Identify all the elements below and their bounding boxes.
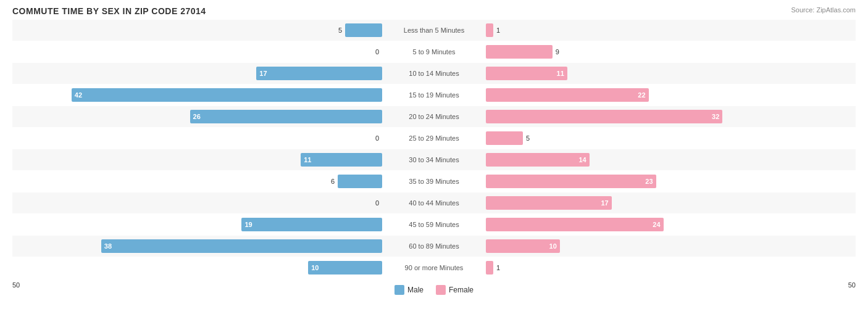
bar-female [486,45,553,59]
bar-male: 19 [241,218,382,231]
female-value: 11 [554,70,567,77]
row-inner: 19 45 to 59 Minutes 24 [12,214,856,235]
source-text: Source: ZipAtlas.com [791,6,856,14]
chart-row: 0 40 to 44 Minutes 17 [12,192,856,213]
row-inner: 0 5 to 9 Minutes 9 [12,41,856,62]
chart-row: 5 Less than 5 Minutes 1 [12,20,856,41]
axis-min-label: 50 [12,281,20,295]
chart-row: 42 15 to 19 Minutes 22 [12,85,856,105]
right-section: 24 [483,214,856,235]
bar-female: 23 [486,175,656,188]
left-section: 6 [12,171,385,192]
female-value: 14 [575,156,589,163]
row-label: 10 to 14 Minutes [385,70,483,77]
chart-row: 0 5 to 9 Minutes 9 [12,41,856,62]
bar-female: 11 [486,67,567,80]
row-inner: 5 Less than 5 Minutes 1 [12,20,856,41]
bar-female: 10 [486,239,560,253]
male-value: 19 [241,221,255,228]
male-value: 42 [72,91,85,99]
bar-female: 14 [486,153,590,167]
chart-title: COMMUTE TIME BY SEX IN ZIP CODE 27014 [12,6,856,16]
male-value: 10 [308,264,322,271]
row-inner: 6 35 to 39 Minutes 23 [12,171,856,192]
bar-female: 24 [486,218,664,231]
female-value: 1 [496,27,509,34]
bar-male [338,175,382,188]
bar-male: 38 [101,239,382,253]
chart-row: 11 30 to 34 Minutes 14 [12,149,856,170]
chart-row: 6 35 to 39 Minutes 23 [12,171,856,192]
male-value: 11 [301,156,314,163]
legend-male: Male [394,285,424,295]
female-value: 24 [649,221,663,228]
female-value: 17 [598,199,611,207]
row-label: 25 to 29 Minutes [385,134,483,142]
row-inner: 10 90 or more Minutes 1 [12,257,856,278]
chart-row: 19 45 to 59 Minutes 24 [12,214,856,235]
male-value: 17 [256,70,270,77]
row-inner: 0 40 to 44 Minutes 17 [12,192,856,213]
female-value: 10 [546,242,560,250]
right-section: 22 [483,85,856,105]
bar-male: 17 [256,67,382,80]
row-label: Less than 5 Minutes [385,27,483,34]
female-value: 32 [709,113,722,120]
axis-max-label: 50 [848,281,856,295]
bar-female [486,261,493,275]
left-section: 17 [12,63,385,84]
bar-male: 42 [72,88,382,102]
left-section: 0 [12,41,385,62]
left-section: 11 [12,149,385,170]
female-value: 5 [526,134,538,142]
axis-labels: 50 Male Female 50 [12,281,856,295]
chart-container: COMMUTE TIME BY SEX IN ZIP CODE 27014 So… [0,0,868,322]
row-label: 60 to 89 Minutes [385,242,483,250]
left-section: 10 [12,257,385,278]
male-value: 6 [322,178,335,185]
row-label: 45 to 59 Minutes [385,221,483,228]
chart-area: 5 Less than 5 Minutes 1 0 [12,20,856,280]
legend-female-label: Female [449,286,474,294]
legend-male-label: Male [407,286,424,294]
bar-male: 26 [190,110,382,123]
female-value: 22 [635,91,648,99]
right-section: 23 [483,171,856,192]
left-section: 26 [12,106,385,127]
row-label: 5 to 9 Minutes [385,48,483,56]
bar-female: 32 [486,110,722,123]
legend: Male Female [394,285,474,295]
right-section: 9 [483,41,856,62]
male-value: 5 [330,27,342,34]
row-label: 30 to 34 Minutes [385,156,483,163]
female-value: 9 [556,48,568,56]
right-section: 1 [483,20,856,41]
right-section: 11 [483,63,856,84]
chart-row: 38 60 to 89 Minutes 10 [12,236,856,257]
left-section: 38 [12,236,385,257]
female-value: 23 [642,178,656,185]
row-inner: 42 15 to 19 Minutes 22 [12,85,856,105]
male-value: 0 [367,134,379,142]
right-section: 1 [483,257,856,278]
chart-row: 17 10 to 14 Minutes 11 [12,63,856,84]
row-label: 90 or more Minutes [385,264,483,271]
left-section: 42 [12,85,385,105]
male-value: 38 [101,242,115,250]
left-section: 0 [12,128,385,149]
male-value: 0 [367,48,379,56]
row-inner: 0 25 to 29 Minutes 5 [12,128,856,149]
female-value: 1 [496,264,509,271]
right-section: 5 [483,128,856,149]
right-section: 14 [483,149,856,170]
row-label: 40 to 44 Minutes [385,199,483,207]
bar-male [345,23,382,37]
bar-female: 22 [486,88,649,102]
legend-male-box [394,285,404,295]
chart-row: 0 25 to 29 Minutes 5 [12,128,856,149]
male-value: 26 [190,113,204,120]
legend-female-box [436,285,446,295]
row-label: 15 to 19 Minutes [385,91,483,99]
right-section: 17 [483,192,856,213]
left-section: 19 [12,214,385,235]
